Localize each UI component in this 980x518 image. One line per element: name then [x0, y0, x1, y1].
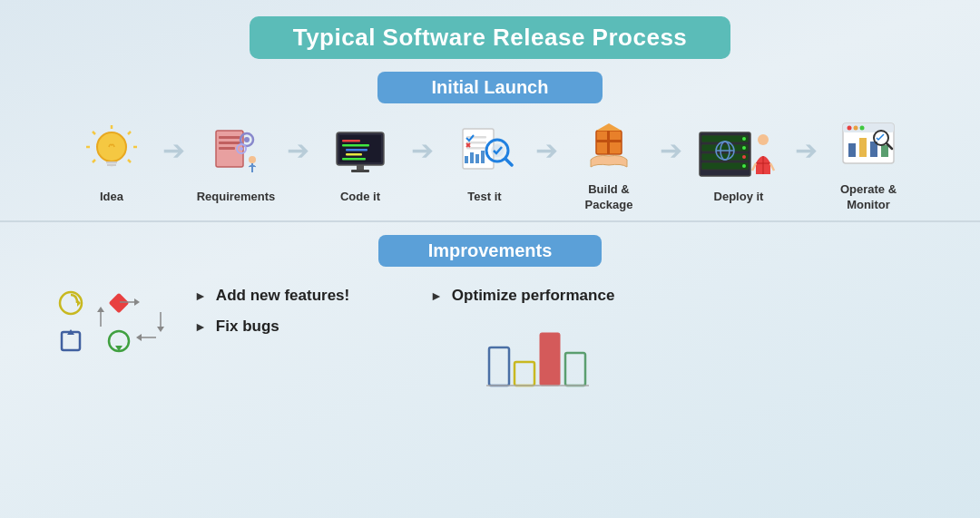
step-code: Code it — [311, 120, 409, 205]
operate-icon — [836, 112, 901, 178]
bullet-text-1: Add new features! — [216, 287, 349, 305]
svg-marker-86 — [97, 307, 104, 312]
improvements-label: Improvements — [378, 235, 603, 267]
svg-rect-45 — [607, 131, 610, 154]
svg-point-18 — [249, 156, 256, 163]
step-deploy: Deploy it — [684, 120, 793, 205]
step-requirements-label: Requirements — [197, 190, 276, 205]
section-divider — [0, 220, 980, 222]
arrow-4: ➔ — [535, 134, 558, 166]
bullet-optimize: ► Optimize performance — [430, 287, 614, 305]
svg-marker-84 — [136, 334, 142, 341]
svg-rect-23 — [342, 144, 369, 147]
svg-line-5 — [128, 132, 131, 134]
bullet-add-features: ► Add new features! — [194, 287, 394, 305]
svg-rect-12 — [219, 142, 240, 144]
arrow-1: ➔ — [162, 134, 185, 166]
svg-rect-90 — [514, 362, 534, 386]
svg-rect-1 — [106, 161, 117, 163]
svg-point-15 — [244, 137, 250, 142]
svg-rect-35 — [465, 156, 468, 163]
step-test-label: Test it — [467, 190, 501, 205]
page-title: Typical Software Release Process — [250, 16, 731, 59]
svg-line-4 — [93, 132, 95, 134]
svg-point-66 — [854, 126, 858, 131]
svg-rect-24 — [346, 149, 368, 151]
arrow-3: ➔ — [411, 134, 434, 166]
svg-rect-91 — [540, 333, 560, 386]
svg-rect-71 — [881, 145, 888, 157]
bullet-icon-1: ► — [194, 288, 207, 303]
step-deploy-label: Deploy it — [714, 190, 764, 205]
svg-line-9 — [128, 160, 131, 162]
svg-line-62 — [770, 163, 774, 171]
test-icon — [452, 120, 517, 185]
requirements-icon — [203, 120, 269, 185]
step-idea-label: Idea — [100, 190, 123, 205]
step-idea: Idea — [63, 120, 161, 205]
svg-rect-69 — [859, 138, 867, 157]
svg-rect-2 — [107, 164, 116, 166]
svg-point-67 — [860, 126, 865, 131]
bullet-icon-2: ► — [194, 319, 207, 334]
svg-rect-36 — [470, 152, 474, 163]
bullet-icon-3: ► — [430, 288, 443, 303]
step-build-label: Build &Package — [585, 182, 633, 213]
bullet-fix-bugs: ► Fix bugs — [194, 318, 394, 336]
step-code-label: Code it — [340, 190, 380, 205]
deploy-icon — [698, 120, 779, 185]
svg-point-17 — [240, 147, 243, 151]
svg-point-54 — [742, 164, 746, 168]
svg-rect-13 — [219, 147, 235, 150]
step-requirements: Requirements — [187, 120, 285, 205]
svg-point-52 — [742, 146, 746, 150]
svg-line-40 — [505, 159, 512, 165]
svg-rect-25 — [346, 153, 362, 156]
step-build: Build &Package — [560, 112, 658, 213]
step-test: Test it — [436, 120, 534, 205]
svg-point-65 — [848, 126, 852, 131]
svg-line-8 — [93, 160, 95, 162]
svg-rect-30 — [466, 136, 486, 139]
svg-rect-22 — [342, 140, 360, 142]
arrow-5: ➔ — [660, 134, 682, 166]
bullet-text-3: Optimize performance — [452, 287, 615, 305]
code-icon — [328, 120, 393, 185]
build-icon — [576, 112, 642, 178]
svg-rect-28 — [351, 170, 369, 172]
improvements-content: ► Add new features! ► Fix bugs ► Optimiz… — [0, 283, 980, 390]
bar-chart — [485, 327, 603, 390]
svg-rect-50 — [701, 162, 749, 170]
svg-point-0 — [97, 132, 126, 161]
cycle-icon-3 — [54, 325, 87, 357]
svg-point-51 — [742, 137, 746, 141]
svg-rect-37 — [475, 154, 479, 163]
svg-rect-89 — [489, 347, 509, 386]
improvements-bullets: ► Add new features! ► Fix bugs — [194, 287, 394, 336]
svg-line-61 — [752, 163, 756, 171]
svg-rect-27 — [357, 165, 364, 170]
svg-rect-38 — [481, 151, 485, 163]
initial-launch-label: Initial Launch — [377, 72, 603, 103]
svg-rect-68 — [848, 143, 856, 157]
svg-rect-92 — [565, 353, 585, 386]
step-operate-label: Operate &Monitor — [840, 182, 897, 213]
step-operate: Operate &Monitor — [819, 112, 917, 213]
improvements-right: ► Optimize performance — [430, 287, 614, 390]
svg-point-53 — [742, 155, 746, 159]
svg-marker-88 — [157, 327, 164, 332]
arrow-6: ➔ — [795, 134, 818, 166]
arrow-2: ➔ — [287, 134, 309, 166]
cycle-icon-1 — [54, 287, 87, 319]
svg-marker-82 — [134, 298, 140, 306]
bullet-text-2: Fix bugs — [216, 318, 279, 336]
process-row: Idea ➔ Requirements ➔ — [0, 112, 980, 213]
svg-rect-26 — [342, 158, 366, 161]
svg-rect-11 — [219, 136, 240, 139]
svg-point-58 — [758, 134, 769, 145]
idea-icon — [79, 120, 144, 185]
svg-marker-43 — [596, 123, 622, 131]
